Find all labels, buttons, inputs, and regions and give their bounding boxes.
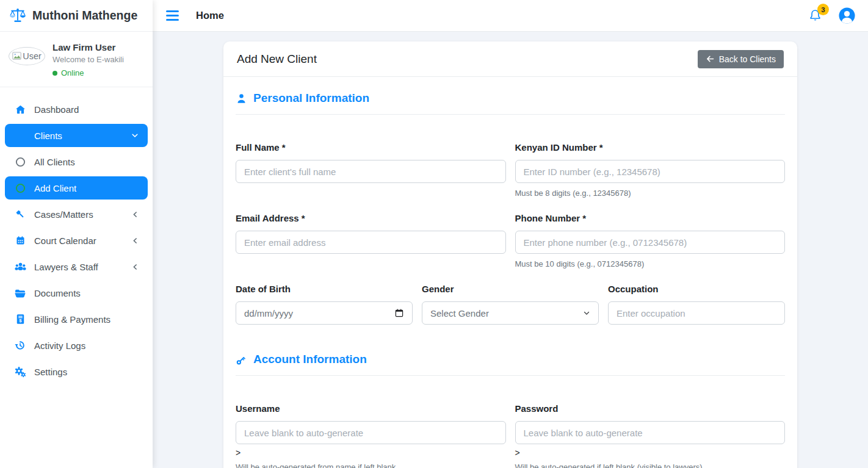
divider: [236, 375, 785, 376]
user-circle-icon: [838, 7, 856, 24]
field-username: Username > Will be auto-generated from n…: [236, 403, 506, 468]
sidebar-item-label: Dashboard: [34, 104, 79, 115]
sidebar-item-label: Cases/Matters: [34, 209, 93, 220]
username-help: Will be auto-generated from name if left…: [236, 463, 506, 468]
page-title: Add New Client: [237, 52, 317, 66]
user-avatar[interactable]: [838, 7, 856, 24]
sidebar-item-court-calendar[interactable]: Court Calendar: [5, 229, 148, 252]
user-welcome: Welcome to E-wakili: [52, 55, 124, 64]
account-information-heading: Account Information: [236, 353, 785, 366]
add-client-card: Add New Client Back to Clients Personal …: [223, 41, 797, 468]
online-label: Online: [61, 68, 84, 77]
sidebar-item-label: Settings: [34, 367, 67, 377]
dob-input[interactable]: dd/mm/yyyy: [236, 301, 413, 325]
password-label: Password: [515, 403, 786, 414]
dob-label: Date of Birth: [236, 284, 413, 294]
select-chevron-icon: [583, 309, 590, 317]
field-gender: Gender Select Gender: [422, 284, 599, 325]
nav-home-link[interactable]: Home: [196, 10, 224, 21]
calendar-picker-icon[interactable]: [394, 308, 404, 318]
card-body: Personal Information Full Name * Kenyan …: [223, 77, 797, 468]
brand-title: Muthoni Mathenge: [32, 9, 137, 23]
cogs-icon: [13, 366, 27, 378]
invoice-dollar-icon: $: [13, 314, 27, 325]
sidebar-item-dashboard[interactable]: Dashboard: [5, 98, 148, 121]
home-icon: [13, 104, 27, 115]
sidebar-item-cases-matters[interactable]: Cases/Matters: [5, 203, 148, 226]
field-password: Password > Will be auto-generated if lef…: [515, 403, 786, 468]
email-input[interactable]: [236, 231, 506, 254]
notifications-bell[interactable]: 3: [808, 9, 822, 23]
personal-information-heading: Personal Information: [236, 92, 785, 105]
divider: [236, 114, 785, 115]
gender-label: Gender: [422, 284, 599, 294]
user-status: Online: [52, 68, 124, 77]
password-stray-text: >: [515, 448, 786, 457]
email-label: Email Address *: [236, 213, 506, 223]
sidebar-item-label: Lawyers & Staff: [34, 262, 98, 272]
person-icon: [236, 93, 247, 104]
username-stray-text: >: [236, 448, 506, 457]
hamburger-menu-icon[interactable]: [166, 10, 179, 21]
full-name-label: Full Name *: [236, 142, 506, 153]
form-row-2: Email Address * Phone Number * Must be 1…: [236, 213, 785, 268]
sidebar-item-label: Billing & Payments: [34, 314, 110, 325]
section-heading-label: Account Information: [253, 353, 367, 366]
sidebar-item-documents[interactable]: Documents: [5, 281, 148, 304]
balance-scale-icon: [9, 7, 27, 24]
sidebar-item-add-client[interactable]: Add Client: [5, 176, 148, 200]
main-column: Home 3 Add New Client: [153, 0, 868, 468]
chevron-left-icon: [131, 211, 139, 218]
sidebar-item-settings[interactable]: Settings: [5, 360, 148, 383]
back-button-label: Back to Clients: [719, 54, 776, 64]
brand[interactable]: Muthoni Mathenge: [0, 0, 153, 32]
field-kenyan-id: Kenyan ID Number * Must be 8 digits (e.g…: [515, 142, 786, 198]
card-header: Add New Client Back to Clients: [223, 41, 797, 77]
kenyan-id-input[interactable]: [515, 160, 786, 183]
sidebar: Muthoni Mathenge User Law Firm User Welc…: [0, 0, 153, 468]
field-full-name: Full Name *: [236, 142, 506, 198]
sidebar-item-label: Documents: [34, 288, 81, 298]
occupation-input[interactable]: [608, 301, 785, 325]
sidebar-item-label: All Clients: [34, 157, 75, 167]
form-row-1: Full Name * Kenyan ID Number * Must be 8…: [236, 142, 785, 198]
broken-image-icon: [12, 52, 22, 60]
circle-outline-icon: [13, 157, 27, 167]
field-email: Email Address *: [236, 213, 506, 268]
full-name-input[interactable]: [236, 160, 506, 183]
back-to-clients-button[interactable]: Back to Clients: [698, 50, 784, 68]
password-help: Will be auto-generated if left blank (vi…: [515, 463, 786, 468]
chevron-left-icon: [131, 263, 139, 271]
folder-open-icon: [13, 288, 27, 298]
sidebar-item-label: Court Calendar: [34, 236, 96, 246]
sidebar-item-activity-logs[interactable]: Activity Logs: [5, 334, 148, 357]
sidebar-item-billing-payments[interactable]: $ Billing & Payments: [5, 308, 148, 331]
sidebar-item-label: Activity Logs: [34, 340, 85, 351]
users-icon: [13, 261, 27, 272]
password-input[interactable]: [515, 421, 786, 444]
top-navbar: Home 3: [153, 0, 868, 32]
section-heading-label: Personal Information: [253, 92, 369, 105]
sidebar-nav: Dashboard Clients All Clients Add Client: [0, 87, 153, 386]
user-name: Law Firm User: [52, 42, 124, 52]
gavel-icon: [13, 209, 27, 220]
svg-text:$: $: [19, 318, 22, 323]
form-row-3: Date of Birth dd/mm/yyyy Gender Select G…: [236, 284, 785, 325]
notification-badge[interactable]: 3: [817, 4, 829, 15]
chevron-left-icon: [131, 237, 139, 245]
sidebar-item-all-clients[interactable]: All Clients: [5, 150, 148, 173]
username-input[interactable]: [236, 421, 506, 444]
gender-select[interactable]: Select Gender: [422, 301, 599, 325]
avatar-alt-text: User: [23, 51, 42, 61]
occupation-label: Occupation: [608, 284, 785, 294]
sidebar-item-lawyers-staff[interactable]: Lawyers & Staff: [5, 255, 148, 278]
content-area: Add New Client Back to Clients Personal …: [153, 32, 868, 468]
field-phone: Phone Number * Must be 10 digits (e.g., …: [515, 213, 786, 268]
calendar-icon: [13, 235, 27, 246]
sidebar-item-label: Clients: [34, 131, 62, 141]
field-occupation: Occupation: [608, 284, 785, 325]
arrow-left-icon: [706, 54, 715, 63]
sidebar-item-clients[interactable]: Clients: [5, 124, 148, 147]
username-label: Username: [236, 403, 506, 414]
phone-input[interactable]: [515, 231, 786, 254]
